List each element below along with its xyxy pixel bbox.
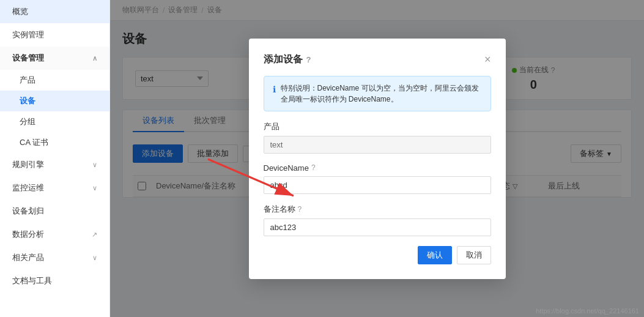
sidebar-item-device-assign-label: 设备划归 [12,206,44,217]
device-name-form-group: DeviceName ? document.getElementById('de… [264,163,491,194]
sidebar-item-related-label: 相关产品 [12,252,44,263]
sidebar-item-overview-label: 概览 [12,6,28,17]
sidebar-item-device-mgmt-label: 设备管理 [12,53,44,64]
sidebar-item-device-label: 设备 [20,96,35,105]
sidebar-item-overview[interactable]: 概览 [0,0,109,23]
modal-overlay: 添加设备 ? × ℹ 特别说明：DeviceName 可以为空，当为空时，阿里云… [110,0,644,317]
chevron-down-icon: ∨ [92,161,97,169]
remark-form-group: 备注名称 ? document.getElementById('remarkIn… [264,204,491,236]
product-input[interactable] [264,136,491,154]
external-icon: ↗ [92,231,97,239]
info-text: 特别说明：DeviceName 可以为空，当为空时，阿里云会颁发全局唯一标识符作… [281,83,482,105]
product-form-group: 产品 document.currentScript.previousElemen… [264,121,491,154]
sidebar-item-ca[interactable]: CA 证书 [0,132,109,153]
sidebar-item-monitor-label: 监控运维 [12,182,44,193]
sidebar-item-data-analysis-label: 数据分析 [12,229,44,240]
sidebar-item-monitor[interactable]: 监控运维 ∨ [0,176,109,200]
sidebar-item-docs-label: 文档与工具 [12,275,52,286]
modal-title: 添加设备 ? [264,53,311,66]
modal-footer: 确认 取消 [264,246,491,264]
sidebar-item-device-mgmt[interactable]: 设备管理 ∧ [0,47,109,70]
sidebar-item-group[interactable]: 分组 [0,111,109,132]
remark-label: 备注名称 ? [264,204,491,215]
cancel-button[interactable]: 取消 [457,246,491,264]
info-circle-icon: ℹ [273,83,276,96]
modal-title-help-icon[interactable]: ? [306,55,311,64]
confirm-button[interactable]: 确认 [418,246,452,264]
product-label: 产品 [264,121,491,132]
remark-help-icon[interactable]: ? [298,205,302,214]
sidebar-item-rules[interactable]: 规则引擎 ∨ [0,153,109,176]
chevron-down-icon-2: ∨ [92,184,97,192]
sidebar-item-data-analysis[interactable]: 数据分析 ↗ [0,223,109,246]
sidebar-item-device[interactable]: 设备 [0,91,109,111]
device-name-input[interactable] [264,176,491,194]
modal-header: 添加设备 ? × [264,53,491,66]
sidebar-item-ca-label: CA 证书 [20,138,48,147]
sidebar-item-group-label: 分组 [20,117,35,126]
sidebar-item-product[interactable]: 产品 [0,70,109,91]
sidebar-item-rules-label: 规则引擎 [12,159,44,170]
device-name-label: DeviceName ? [264,163,491,173]
sidebar-item-related[interactable]: 相关产品 ∨ [0,246,109,269]
chevron-down-icon-3: ∨ [92,254,97,262]
sidebar-item-device-assign[interactable]: 设备划归 [0,200,109,223]
chevron-up-icon: ∧ [92,54,97,62]
main-content: 物联网平台 / 设备管理 / 设备 设备 text 设备总数 ? 0 [110,0,644,317]
add-device-modal: 添加设备 ? × ℹ 特别说明：DeviceName 可以为空，当为空时，阿里云… [249,39,506,279]
sidebar-item-product-label: 产品 [20,75,35,84]
sidebar-item-instance[interactable]: 实例管理 [0,23,109,47]
sidebar-item-instance-label: 实例管理 [12,29,44,40]
info-banner: ℹ 特别说明：DeviceName 可以为空，当为空时，阿里云会颁发全局唯一标识… [264,76,491,111]
watermark: https://blog.csdn.net/qq_22146161 [536,307,639,315]
remark-input[interactable] [264,218,491,236]
sidebar: 概览 实例管理 设备管理 ∧ 产品 设备 分组 CA 证书 规则引擎 ∨ 监控运… [0,0,110,317]
modal-close-button[interactable]: × [484,54,491,65]
device-name-help-icon[interactable]: ? [311,163,316,172]
sidebar-item-docs[interactable]: 文档与工具 [0,269,109,293]
